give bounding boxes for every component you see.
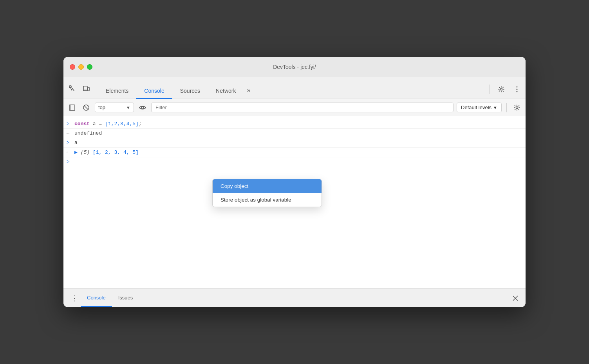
svg-point-6 [517,89,518,90]
svg-rect-8 [69,105,75,110]
console-prompt: > [67,159,74,165]
svg-line-11 [84,105,89,110]
tab-console[interactable]: Console [136,84,172,99]
svg-point-13 [516,106,518,108]
tab-sources[interactable]: Sources [172,84,208,99]
tab-elements[interactable]: Elements [98,84,136,99]
svg-rect-2 [88,87,89,91]
context-menu: Copy object Store object as global varia… [212,179,322,207]
svg-point-12 [141,106,144,109]
console-line: ← ▶ (5) [1, 2, 3, 4, 5] [63,148,526,157]
live-expressions-icon[interactable] [137,102,148,113]
close-drawer-icon[interactable] [510,293,521,304]
log-levels-dropdown[interactable]: Default levels ▼ [457,103,502,112]
console-line: > const a = [1,2,3,4,5]; [63,119,526,129]
more-tabs-button[interactable]: » [244,83,253,99]
console-output: ▶ (5) [1, 2, 3, 4, 5] [74,149,522,155]
sidebar-toggle-icon[interactable] [67,102,78,113]
console-settings-icon[interactable] [511,102,522,113]
more-options-icon[interactable] [511,84,522,95]
tab-network[interactable]: Network [208,84,244,99]
bottom-bar: ⋮ Console Issues [63,288,526,307]
filter-input[interactable] [151,103,453,112]
input-arrow: > [67,121,74,127]
close-traffic-light[interactable] [70,64,75,70]
input-arrow: > [67,140,74,146]
bottom-tab-issues[interactable]: Issues [112,289,139,307]
return-arrow: ← [67,131,74,136]
toolbar-divider [506,103,507,112]
tab-bar-right [488,84,522,99]
context-menu-item-store[interactable]: Store object as global variable [213,193,322,207]
console-output: undefined [74,130,522,136]
maximize-traffic-light[interactable] [87,64,92,70]
title-bar: DevTools - jec.fyi/ [63,57,526,77]
minimize-traffic-light[interactable] [78,64,84,70]
inspect-icon[interactable] [67,83,78,94]
clear-console-icon[interactable] [81,102,92,113]
devtools-window: DevTools - jec.fyi/ Elements [63,57,526,307]
context-menu-item-copy[interactable]: Copy object [213,179,322,193]
settings-gear-icon[interactable] [496,84,507,95]
svg-point-7 [517,91,518,92]
console-line: ← undefined [63,129,526,138]
window-title: DevTools - jec.fyi/ [273,64,316,70]
bottom-more-icon[interactable]: ⋮ [68,292,81,304]
context-arrow: ▼ [126,105,130,110]
context-value: top [98,105,105,110]
bottom-tab-console[interactable]: Console [81,289,112,307]
svg-point-4 [500,88,502,90]
context-selector[interactable]: top ▼ [95,103,134,112]
console-code: const a = [1,2,3,4,5]; [74,121,522,127]
return-arrow: ← [67,150,74,155]
console-toolbar: top ▼ Default levels ▼ [63,99,526,116]
console-input-line: > [63,157,526,166]
tab-bar: Elements Console Sources Network » [63,77,526,99]
console-line: > a [63,138,526,148]
bottom-right [510,293,521,304]
traffic-lights [70,64,92,70]
console-code: a [74,140,522,146]
divider [489,85,490,94]
toolbar-icons [67,83,92,99]
device-toggle-icon[interactable] [81,83,92,94]
console-content: > const a = [1,2,3,4,5]; ← undefined > a… [63,116,526,288]
svg-point-5 [517,86,518,88]
